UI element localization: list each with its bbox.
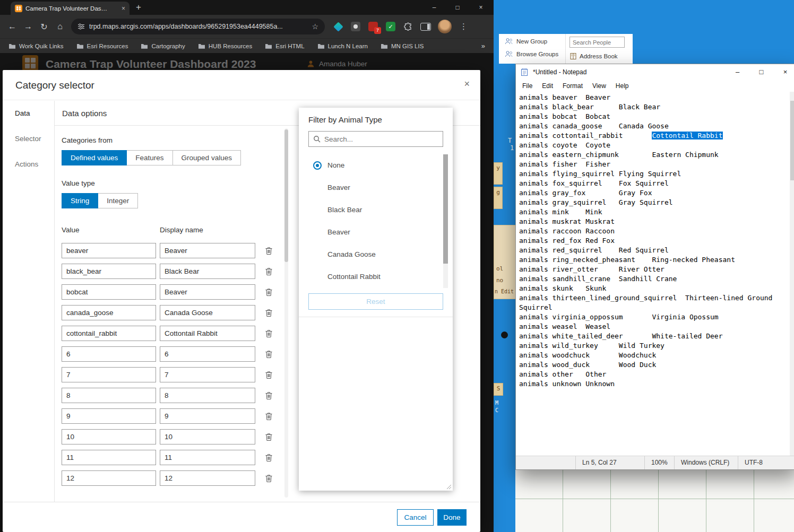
bookmark-folder[interactable]: Lunch N Learn bbox=[317, 43, 368, 49]
delete-row-button[interactable] bbox=[262, 284, 275, 300]
tab-grouped-values[interactable]: Grouped values bbox=[172, 150, 241, 165]
display-name-input[interactable] bbox=[160, 450, 255, 465]
menu-view[interactable]: View bbox=[588, 80, 611, 92]
sidebar-item-actions[interactable]: Actions bbox=[3, 152, 54, 177]
back-button[interactable]: ← bbox=[4, 22, 20, 31]
scrollbar-thumb[interactable] bbox=[443, 154, 448, 264]
filter-search-input[interactable] bbox=[324, 135, 438, 143]
bookmark-folder[interactable]: HUB Resources bbox=[198, 43, 252, 49]
tab-features[interactable]: Features bbox=[126, 150, 172, 165]
new-group-button[interactable]: New Group bbox=[505, 38, 565, 45]
new-tab-button[interactable]: + bbox=[136, 1, 141, 14]
display-name-input[interactable] bbox=[160, 305, 255, 320]
delete-row-button[interactable] bbox=[262, 367, 275, 382]
display-name-input[interactable] bbox=[160, 326, 255, 341]
cancel-button[interactable]: Cancel bbox=[397, 509, 434, 526]
display-name-input[interactable] bbox=[160, 284, 255, 300]
delete-row-button[interactable] bbox=[262, 264, 275, 279]
sidebar-item-data[interactable]: Data bbox=[3, 101, 54, 126]
browser-menu-button[interactable]: ⋮ bbox=[460, 22, 468, 31]
minimize-button[interactable]: – bbox=[422, 0, 446, 15]
filter-option[interactable]: Cottontail Rabbit bbox=[299, 266, 453, 288]
extension-icon-2[interactable] bbox=[350, 21, 361, 32]
forward-button[interactable]: → bbox=[20, 22, 36, 31]
tab-integer[interactable]: Integer bbox=[98, 193, 138, 208]
value-input[interactable] bbox=[62, 264, 156, 279]
filter-list-scrollbar[interactable] bbox=[443, 154, 448, 288]
scrollbar-thumb[interactable] bbox=[284, 129, 288, 262]
display-name-input[interactable] bbox=[160, 264, 255, 279]
delete-row-button[interactable] bbox=[262, 346, 275, 362]
display-name-input[interactable] bbox=[160, 429, 255, 444]
value-input[interactable] bbox=[62, 408, 156, 424]
maximize-button[interactable]: □ bbox=[749, 64, 773, 80]
reload-button[interactable]: ↻ bbox=[36, 22, 52, 32]
value-input[interactable] bbox=[62, 346, 156, 362]
done-button[interactable]: Done bbox=[437, 509, 467, 526]
filter-option[interactable]: Canada Goose bbox=[299, 243, 453, 266]
filter-option[interactable]: Beaver bbox=[299, 177, 453, 199]
minimize-button[interactable]: – bbox=[726, 64, 749, 80]
menu-edit[interactable]: Edit bbox=[537, 80, 558, 92]
content-scrollbar[interactable] bbox=[284, 128, 288, 498]
bookmark-folder[interactable]: Cartography bbox=[141, 43, 185, 49]
value-input[interactable] bbox=[62, 243, 156, 258]
browse-groups-button[interactable]: Browse Groups bbox=[505, 50, 565, 58]
scrollbar-thumb[interactable] bbox=[790, 101, 794, 180]
value-input[interactable] bbox=[62, 470, 156, 486]
address-book-button[interactable]: Address Book bbox=[569, 53, 631, 60]
value-input[interactable] bbox=[62, 326, 156, 341]
delete-row-button[interactable] bbox=[262, 470, 275, 486]
sidebar-item-selector[interactable]: Selector bbox=[3, 126, 54, 152]
delete-row-button[interactable] bbox=[262, 243, 275, 258]
delete-row-button[interactable] bbox=[262, 305, 275, 320]
notepad-scrollbar[interactable] bbox=[790, 92, 794, 456]
site-settings-icon[interactable] bbox=[77, 23, 85, 30]
reset-button[interactable]: Reset bbox=[308, 293, 443, 310]
delete-row-button[interactable] bbox=[262, 326, 275, 341]
menu-help[interactable]: Help bbox=[611, 80, 634, 92]
browser-tab[interactable]: Camera Trap Volunteer Dashboard 2023 × bbox=[11, 2, 130, 15]
delete-row-button[interactable] bbox=[262, 429, 275, 444]
filter-option[interactable]: Black Bear bbox=[299, 199, 453, 221]
resize-grip-icon[interactable] bbox=[446, 484, 452, 490]
extension-icon-red[interactable]: 7 bbox=[368, 21, 378, 32]
tab-string[interactable]: String bbox=[62, 193, 98, 208]
menu-format[interactable]: Format bbox=[558, 80, 588, 92]
value-input[interactable] bbox=[62, 305, 156, 320]
notepad-text-area[interactable]: animals beaver Beaver animals black_bear… bbox=[519, 92, 790, 456]
extensions-puzzle-button[interactable] bbox=[403, 21, 413, 32]
delete-row-button[interactable] bbox=[262, 408, 275, 424]
filter-option-none[interactable]: None bbox=[299, 154, 453, 177]
value-input[interactable] bbox=[62, 367, 156, 382]
dialog-close-button[interactable]: × bbox=[464, 79, 470, 89]
side-panel-button[interactable] bbox=[420, 21, 431, 32]
value-input[interactable] bbox=[62, 429, 156, 444]
display-name-input[interactable] bbox=[160, 388, 255, 403]
bookmarks-overflow-button[interactable]: » bbox=[481, 42, 485, 50]
profile-avatar[interactable] bbox=[438, 20, 452, 33]
value-input[interactable] bbox=[62, 388, 156, 403]
extension-icon-green[interactable]: ✓ bbox=[385, 21, 396, 32]
bookmark-star-icon[interactable]: ☆ bbox=[312, 22, 318, 31]
bookmark-folder[interactable]: Esri Resources bbox=[76, 43, 128, 49]
tab-defined-values[interactable]: Defined values bbox=[62, 150, 127, 165]
bookmark-folder[interactable]: Esri HTML bbox=[265, 43, 304, 49]
display-name-input[interactable] bbox=[160, 346, 255, 362]
filter-option[interactable]: Beaver bbox=[299, 221, 453, 243]
bookmark-folder[interactable]: Work Quik Links bbox=[8, 43, 64, 49]
close-button[interactable]: × bbox=[773, 64, 794, 80]
value-input[interactable] bbox=[62, 284, 156, 300]
extension-icon-diamond[interactable] bbox=[333, 21, 343, 32]
address-bar[interactable]: trpd.maps.arcgis.com/apps/dashboards/965… bbox=[71, 19, 325, 34]
display-name-input[interactable] bbox=[160, 470, 255, 486]
menu-file[interactable]: File bbox=[517, 80, 537, 92]
tab-close-icon[interactable]: × bbox=[122, 5, 125, 12]
home-button[interactable]: ⌂ bbox=[52, 22, 68, 31]
display-name-input[interactable] bbox=[160, 243, 255, 258]
maximize-button[interactable]: □ bbox=[446, 0, 469, 15]
filter-search-box[interactable] bbox=[308, 131, 443, 147]
display-name-input[interactable] bbox=[160, 408, 255, 424]
notepad-titlebar[interactable]: *Untitled - Notepad – □ × bbox=[516, 64, 794, 80]
url-text[interactable]: trpd.maps.arcgis.com/apps/dashboards/965… bbox=[89, 23, 307, 30]
